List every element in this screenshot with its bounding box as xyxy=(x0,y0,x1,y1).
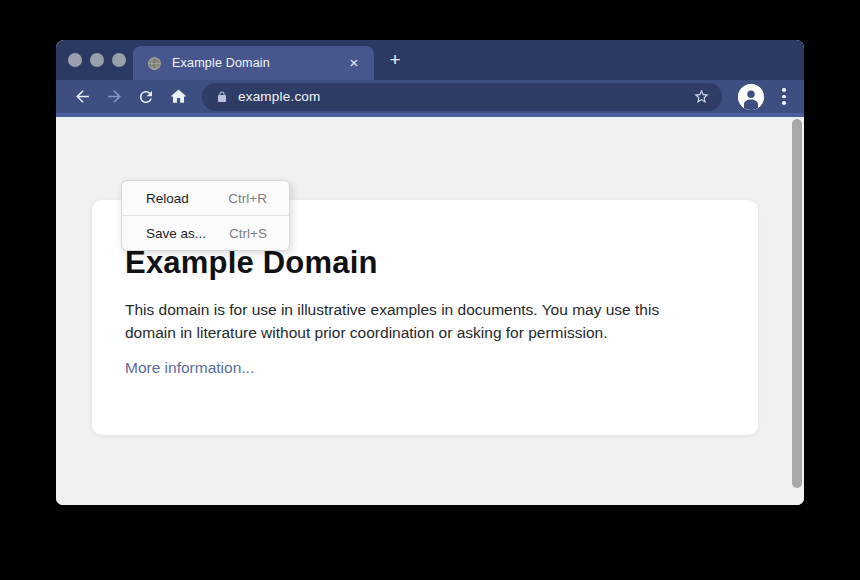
browser-menu-button[interactable] xyxy=(774,85,794,109)
forward-button[interactable] xyxy=(100,83,128,111)
url-text[interactable]: example.com xyxy=(238,89,690,104)
back-arrow-icon xyxy=(73,87,92,106)
lock-icon xyxy=(216,90,228,104)
menu-item-label: Reload xyxy=(146,191,189,206)
menu-item-shortcut: Ctrl+R xyxy=(228,191,267,206)
profile-avatar-icon xyxy=(738,84,764,110)
titlebar: Example Domain × + xyxy=(56,40,804,80)
browser-tab[interactable]: Example Domain × xyxy=(133,46,374,80)
menu-dot xyxy=(782,101,786,105)
profile-button[interactable] xyxy=(738,84,764,110)
reload-button[interactable] xyxy=(132,83,160,111)
window-close-button[interactable] xyxy=(68,53,82,67)
address-bar[interactable]: example.com xyxy=(202,83,722,111)
new-tab-button[interactable]: + xyxy=(386,51,404,69)
menu-item-shortcut: Ctrl+S xyxy=(229,226,267,241)
context-menu-item-save-as[interactable]: Save as... Ctrl+S xyxy=(122,215,289,250)
home-icon xyxy=(169,87,188,106)
menu-dot xyxy=(782,88,786,92)
globe-favicon-icon xyxy=(147,56,162,71)
back-button[interactable] xyxy=(68,83,96,111)
star-icon xyxy=(693,88,710,105)
tab-title: Example Domain xyxy=(172,56,346,70)
navigation-toolbar: example.com xyxy=(56,80,804,117)
vertical-scrollbar[interactable] xyxy=(792,119,802,488)
browser-window: Example Domain × + xyxy=(56,40,804,505)
reload-icon xyxy=(137,88,155,106)
menu-dot xyxy=(782,95,786,99)
bookmark-button[interactable] xyxy=(690,86,712,108)
page-paragraph: This domain is for use in illustrative e… xyxy=(125,298,711,344)
window-controls xyxy=(68,53,126,67)
forward-arrow-icon xyxy=(105,87,124,106)
context-menu-item-reload[interactable]: Reload Ctrl+R xyxy=(122,181,289,215)
window-minimize-button[interactable] xyxy=(90,53,104,67)
tab-close-icon[interactable]: × xyxy=(346,55,362,71)
page-viewport: Example Domain This domain is for use in… xyxy=(56,117,804,505)
menu-item-label: Save as... xyxy=(146,226,206,241)
home-button[interactable] xyxy=(164,83,192,111)
context-menu: Reload Ctrl+R Save as... Ctrl+S xyxy=(121,180,290,251)
more-information-link[interactable]: More information... xyxy=(125,359,254,377)
window-zoom-button[interactable] xyxy=(112,53,126,67)
